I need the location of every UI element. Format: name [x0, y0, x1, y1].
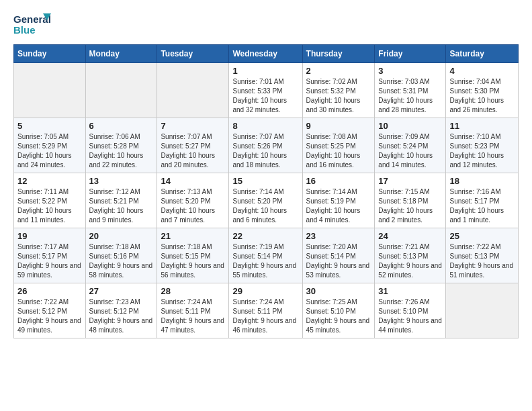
calendar-cell: 29 Sunrise: 7:24 AMSunset: 5:11 PMDaylig… [229, 283, 302, 338]
day-header: Wednesday [229, 45, 302, 63]
calendar-cell: 26 Sunrise: 7:22 AMSunset: 5:12 PMDaylig… [14, 283, 86, 338]
day-info: Sunrise: 7:11 AMSunset: 5:22 PMDaylight:… [17, 187, 82, 225]
day-info: Sunrise: 7:22 AMSunset: 5:13 PMDaylight:… [449, 242, 515, 280]
day-info: Sunrise: 7:14 AMSunset: 5:19 PMDaylight:… [306, 187, 371, 225]
day-number: 20 [89, 231, 154, 241]
day-info: Sunrise: 7:14 AMSunset: 5:20 PMDaylight:… [232, 187, 298, 225]
calendar-cell: 3 Sunrise: 7:03 AMSunset: 5:31 PMDayligh… [375, 63, 446, 118]
logo-svg: General Blue [13, 11, 51, 38]
calendar-body: 1 Sunrise: 7:01 AMSunset: 5:33 PMDayligh… [14, 63, 519, 338]
day-number: 18 [449, 176, 515, 186]
day-info: Sunrise: 7:08 AMSunset: 5:25 PMDaylight:… [306, 132, 371, 170]
calendar-cell: 24 Sunrise: 7:21 AMSunset: 5:13 PMDaylig… [375, 228, 446, 283]
calendar-cell: 4 Sunrise: 7:04 AMSunset: 5:30 PMDayligh… [446, 63, 519, 118]
day-number: 26 [17, 286, 82, 296]
day-number: 27 [89, 286, 154, 296]
day-number: 29 [232, 286, 298, 296]
header: General Blue [13, 11, 519, 38]
day-number: 22 [232, 231, 298, 241]
day-number: 24 [378, 231, 442, 241]
day-number: 17 [378, 176, 442, 186]
day-info: Sunrise: 7:01 AMSunset: 5:33 PMDaylight:… [232, 77, 298, 115]
calendar-cell: 11 Sunrise: 7:10 AMSunset: 5:23 PMDaylig… [446, 118, 519, 173]
day-info: Sunrise: 7:04 AMSunset: 5:30 PMDaylight:… [449, 77, 515, 115]
calendar-week-row: 5 Sunrise: 7:05 AMSunset: 5:29 PMDayligh… [14, 118, 519, 173]
day-number: 7 [161, 121, 225, 131]
calendar-cell: 27 Sunrise: 7:23 AMSunset: 5:12 PMDaylig… [85, 283, 157, 338]
calendar-cell: 31 Sunrise: 7:26 AMSunset: 5:10 PMDaylig… [375, 283, 446, 338]
day-number: 6 [89, 121, 154, 131]
day-info: Sunrise: 7:18 AMSunset: 5:16 PMDaylight:… [89, 242, 154, 280]
calendar-cell: 6 Sunrise: 7:06 AMSunset: 5:28 PMDayligh… [85, 118, 157, 173]
day-info: Sunrise: 7:05 AMSunset: 5:29 PMDaylight:… [17, 132, 82, 170]
calendar-cell: 16 Sunrise: 7:14 AMSunset: 5:19 PMDaylig… [302, 173, 375, 228]
day-number: 15 [232, 176, 298, 186]
calendar-cell: 20 Sunrise: 7:18 AMSunset: 5:16 PMDaylig… [85, 228, 157, 283]
calendar-week-row: 26 Sunrise: 7:22 AMSunset: 5:12 PMDaylig… [14, 283, 519, 338]
day-info: Sunrise: 7:03 AMSunset: 5:31 PMDaylight:… [378, 77, 442, 115]
day-header: Monday [85, 45, 157, 63]
day-info: Sunrise: 7:16 AMSunset: 5:17 PMDaylight:… [449, 187, 515, 225]
day-number: 31 [378, 286, 442, 296]
day-info: Sunrise: 7:20 AMSunset: 5:14 PMDaylight:… [306, 242, 371, 280]
day-number: 1 [232, 66, 298, 76]
calendar-week-row: 12 Sunrise: 7:11 AMSunset: 5:22 PMDaylig… [14, 173, 519, 228]
calendar-week-row: 19 Sunrise: 7:17 AMSunset: 5:17 PMDaylig… [14, 228, 519, 283]
calendar-cell: 1 Sunrise: 7:01 AMSunset: 5:33 PMDayligh… [229, 63, 302, 118]
calendar-cell: 22 Sunrise: 7:19 AMSunset: 5:14 PMDaylig… [229, 228, 302, 283]
day-header: Friday [375, 45, 446, 63]
calendar-cell: 18 Sunrise: 7:16 AMSunset: 5:17 PMDaylig… [446, 173, 519, 228]
day-number: 30 [306, 286, 371, 296]
calendar-week-row: 1 Sunrise: 7:01 AMSunset: 5:33 PMDayligh… [14, 63, 519, 118]
day-number: 25 [449, 231, 515, 241]
calendar-cell: 2 Sunrise: 7:02 AMSunset: 5:32 PMDayligh… [302, 63, 375, 118]
day-info: Sunrise: 7:22 AMSunset: 5:12 PMDaylight:… [17, 298, 82, 335]
calendar-cell: 23 Sunrise: 7:20 AMSunset: 5:14 PMDaylig… [302, 228, 375, 283]
day-info: Sunrise: 7:19 AMSunset: 5:14 PMDaylight:… [232, 242, 298, 280]
day-info: Sunrise: 7:10 AMSunset: 5:23 PMDaylight:… [449, 132, 515, 170]
day-number: 28 [161, 286, 225, 296]
day-info: Sunrise: 7:24 AMSunset: 5:11 PMDaylight:… [232, 298, 298, 335]
calendar-cell: 14 Sunrise: 7:13 AMSunset: 5:20 PMDaylig… [157, 173, 229, 228]
calendar-cell: 9 Sunrise: 7:08 AMSunset: 5:25 PMDayligh… [302, 118, 375, 173]
day-number: 16 [306, 176, 371, 186]
day-number: 8 [232, 121, 298, 131]
day-info: Sunrise: 7:07 AMSunset: 5:26 PMDaylight:… [232, 132, 298, 170]
day-info: Sunrise: 7:26 AMSunset: 5:10 PMDaylight:… [378, 298, 442, 335]
logo: General Blue [13, 11, 51, 38]
day-header: Thursday [302, 45, 375, 63]
calendar-cell: 30 Sunrise: 7:25 AMSunset: 5:10 PMDaylig… [302, 283, 375, 338]
calendar-cell [85, 63, 157, 118]
calendar-cell: 13 Sunrise: 7:12 AMSunset: 5:21 PMDaylig… [85, 173, 157, 228]
calendar-cell [446, 283, 519, 338]
day-number: 12 [17, 176, 82, 186]
day-info: Sunrise: 7:06 AMSunset: 5:28 PMDaylight:… [89, 132, 154, 170]
svg-text:Blue: Blue [13, 24, 36, 36]
calendar-cell [14, 63, 86, 118]
day-info: Sunrise: 7:15 AMSunset: 5:18 PMDaylight:… [378, 187, 442, 225]
calendar-cell: 19 Sunrise: 7:17 AMSunset: 5:17 PMDaylig… [14, 228, 86, 283]
calendar-cell: 7 Sunrise: 7:07 AMSunset: 5:27 PMDayligh… [157, 118, 229, 173]
day-number: 14 [161, 176, 225, 186]
day-number: 5 [17, 121, 82, 131]
day-info: Sunrise: 7:13 AMSunset: 5:20 PMDaylight:… [161, 187, 225, 225]
day-info: Sunrise: 7:07 AMSunset: 5:27 PMDaylight:… [161, 132, 225, 170]
calendar-cell [157, 63, 229, 118]
day-number: 3 [378, 66, 442, 76]
day-number: 19 [17, 231, 82, 241]
day-info: Sunrise: 7:24 AMSunset: 5:11 PMDaylight:… [161, 298, 225, 335]
calendar-cell: 8 Sunrise: 7:07 AMSunset: 5:26 PMDayligh… [229, 118, 302, 173]
day-info: Sunrise: 7:18 AMSunset: 5:15 PMDaylight:… [161, 242, 225, 280]
day-number: 13 [89, 176, 154, 186]
day-number: 4 [449, 66, 515, 76]
calendar-cell: 28 Sunrise: 7:24 AMSunset: 5:11 PMDaylig… [157, 283, 229, 338]
calendar-cell: 17 Sunrise: 7:15 AMSunset: 5:18 PMDaylig… [375, 173, 446, 228]
day-number: 10 [378, 121, 442, 131]
day-info: Sunrise: 7:23 AMSunset: 5:12 PMDaylight:… [89, 298, 154, 335]
day-number: 2 [306, 66, 371, 76]
calendar-cell: 10 Sunrise: 7:09 AMSunset: 5:24 PMDaylig… [375, 118, 446, 173]
calendar-cell: 12 Sunrise: 7:11 AMSunset: 5:22 PMDaylig… [14, 173, 86, 228]
days-of-week-row: SundayMondayTuesdayWednesdayThursdayFrid… [14, 45, 519, 63]
day-info: Sunrise: 7:21 AMSunset: 5:13 PMDaylight:… [378, 242, 442, 280]
day-header: Sunday [14, 45, 86, 63]
